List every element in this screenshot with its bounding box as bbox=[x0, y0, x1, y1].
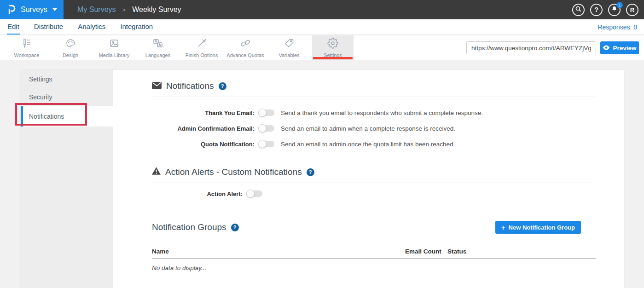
header-actions: ? 1 R bbox=[572, 0, 638, 19]
admin-confirmation-email-toggle[interactable] bbox=[259, 125, 274, 132]
survey-url-input[interactable] bbox=[467, 42, 596, 54]
new-notification-group-button[interactable]: + New Notification Group bbox=[495, 221, 581, 234]
tab-integration[interactable]: Integration bbox=[120, 19, 153, 35]
toggle-knob bbox=[258, 140, 267, 148]
toolbar-item-label: Variables bbox=[278, 52, 299, 58]
toolbar-item-label: Advance Quotas bbox=[226, 52, 264, 58]
section-title: Notifications bbox=[166, 81, 214, 91]
toolbar-item-design[interactable]: Design bbox=[50, 35, 91, 60]
breadcrumb-current: Weekly Survey bbox=[132, 6, 181, 14]
image-icon bbox=[109, 38, 120, 51]
notifications-button[interactable]: 1 bbox=[608, 4, 621, 16]
breadcrumb-separator: > bbox=[122, 6, 126, 13]
gear-icon bbox=[327, 38, 338, 51]
tab-analytics[interactable]: Analytics bbox=[77, 19, 106, 35]
workspace-icon bbox=[21, 38, 32, 51]
palette-icon bbox=[65, 38, 76, 51]
preview-button-label: Preview bbox=[613, 45, 636, 52]
settings-sidebar: Settings Security Notifications bbox=[21, 70, 113, 288]
section-title: Action Alerts - Custom Notifications bbox=[165, 167, 302, 177]
notification-toggle-list: Thank You Email: Send a thank you email … bbox=[152, 105, 596, 152]
toolbar-item-label: Workspace bbox=[14, 52, 40, 58]
toggle-label: Quota Notification: bbox=[152, 141, 255, 148]
product-menu[interactable]: Surveys bbox=[0, 0, 64, 19]
toggle-row-quota-notification: Quota Notification: Send an email to adm… bbox=[152, 136, 596, 152]
user-avatar[interactable]: R bbox=[626, 4, 638, 16]
toolbar-item-label: Media Library bbox=[99, 52, 130, 58]
thank-you-email-toggle[interactable] bbox=[259, 109, 274, 116]
chevron-down-icon bbox=[52, 8, 57, 11]
toggle-description: Send an email to admin when a complete r… bbox=[281, 125, 455, 132]
toggle-description: Send an email to admin once the quota li… bbox=[281, 141, 455, 148]
help-icon[interactable]: ? bbox=[231, 224, 239, 231]
toolbar-item-workspace[interactable]: Workspace bbox=[6, 35, 47, 60]
edit-toolbar: Workspace Design Media Library Languages… bbox=[0, 35, 644, 60]
notification-groups-heading: Notification Groups ? bbox=[152, 222, 239, 232]
toggle-label: Action Alert: bbox=[152, 190, 243, 197]
tag-icon bbox=[284, 38, 295, 51]
plus-icon: + bbox=[501, 224, 505, 231]
chain-link-icon bbox=[240, 38, 251, 51]
toolbar-item-media-library[interactable]: Media Library bbox=[93, 35, 135, 60]
section-title: Notification Groups bbox=[152, 222, 226, 232]
sidebar-item-settings[interactable]: Settings bbox=[21, 70, 113, 88]
divider bbox=[152, 183, 596, 183]
action-alerts-section-heading: Action Alerts - Custom Notifications ? bbox=[152, 167, 596, 177]
translate-icon bbox=[152, 38, 163, 51]
column-header-email-count: Email Count bbox=[405, 248, 447, 255]
toggle-row-admin-confirmation-email: Admin Confirmation Email: Send an email … bbox=[152, 121, 596, 136]
toggle-row-action-alert: Action Alert: bbox=[152, 188, 596, 200]
top-header: Surveys My Surveys > Weekly Survey ? 1 R bbox=[0, 0, 644, 19]
new-group-button-label: New Notification Group bbox=[509, 224, 575, 231]
settings-card: Settings Security Notifications Notifica… bbox=[21, 70, 624, 288]
notifications-section-heading: Notifications ? bbox=[152, 81, 596, 91]
notifications-panel: Notifications ? Thank You Email: Send a … bbox=[113, 70, 624, 288]
toggle-knob bbox=[258, 109, 267, 117]
table-header-row: Name Email Count Status bbox=[152, 244, 596, 259]
breadcrumb: My Surveys > Weekly Survey bbox=[77, 6, 181, 14]
questionpro-logo-icon bbox=[6, 4, 17, 15]
survey-url-box bbox=[466, 41, 596, 54]
survey-tab-nav: Edit Distribute Analytics Integration Re… bbox=[0, 19, 644, 35]
sidebar-item-security[interactable]: Security bbox=[21, 88, 113, 106]
warning-triangle-icon bbox=[152, 167, 161, 177]
search-button[interactable] bbox=[572, 4, 585, 16]
responses-count[interactable]: Responses: 0 bbox=[598, 19, 637, 35]
toggle-knob bbox=[258, 124, 267, 132]
toggle-description: Send a thank you email to respondents wh… bbox=[281, 109, 483, 116]
quota-notification-toggle[interactable] bbox=[259, 141, 274, 147]
search-icon bbox=[575, 6, 582, 14]
product-menu-label: Surveys bbox=[21, 6, 47, 14]
divider bbox=[152, 97, 596, 97]
preview-button[interactable]: Preview bbox=[600, 41, 639, 54]
toggle-label: Admin Confirmation Email: bbox=[152, 125, 255, 132]
active-item-indicator bbox=[21, 106, 23, 127]
envelope-icon bbox=[152, 81, 162, 91]
toolbar-item-label: Finish Options bbox=[186, 52, 218, 58]
empty-table-message: No data to display... bbox=[152, 259, 596, 271]
help-icon[interactable]: ? bbox=[219, 82, 226, 90]
toolbar-item-languages[interactable]: Languages bbox=[137, 35, 179, 60]
magic-wand-icon bbox=[196, 38, 207, 51]
tab-distribute[interactable]: Distribute bbox=[34, 19, 64, 35]
question-mark-icon: ? bbox=[594, 6, 598, 13]
settings-page-body: Settings Security Notifications Notifica… bbox=[0, 61, 644, 288]
toolbar-item-label: Languages bbox=[145, 52, 170, 58]
toggle-label: Thank You Email: bbox=[152, 109, 255, 116]
toggle-knob bbox=[246, 190, 255, 198]
column-header-status: Status bbox=[447, 248, 596, 255]
action-alert-toggle[interactable] bbox=[247, 190, 262, 197]
toolbar-item-variables[interactable]: Variables bbox=[268, 35, 310, 60]
breadcrumb-parent-link[interactable]: My Surveys bbox=[77, 6, 116, 14]
help-icon[interactable]: ? bbox=[307, 168, 314, 176]
sidebar-item-label: Notifications bbox=[29, 113, 64, 120]
notification-groups-table: Name Email Count Status No data to displ… bbox=[152, 244, 596, 271]
toolbar-item-settings[interactable]: Settings bbox=[312, 35, 354, 60]
toggle-row-thank-you-email: Thank You Email: Send a thank you email … bbox=[152, 105, 596, 121]
settings-annotation-underline bbox=[313, 57, 353, 59]
toolbar-item-advance-quotas[interactable]: Advance Quotas bbox=[225, 35, 266, 60]
help-button[interactable]: ? bbox=[590, 4, 603, 16]
sidebar-item-notifications[interactable]: Notifications bbox=[21, 106, 113, 127]
tab-edit[interactable]: Edit bbox=[7, 19, 20, 35]
toolbar-item-finish-options[interactable]: Finish Options bbox=[181, 35, 222, 60]
